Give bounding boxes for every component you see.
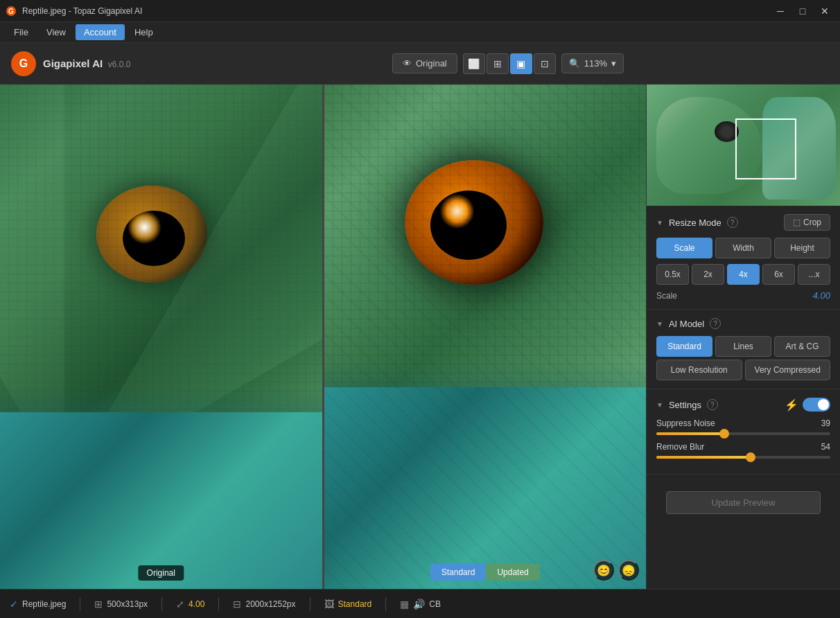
ai-model-options-row1: Standard Lines Art & CG bbox=[656, 336, 830, 357]
suppress-noise-label: Suppress Noise bbox=[656, 418, 715, 428]
status-divider-1 bbox=[80, 597, 80, 611]
resize-mode-header: ▼ Resize Mode ? ⬚ Crop bbox=[656, 214, 830, 231]
check-icon: ✓ bbox=[10, 599, 18, 610]
output-size-icon: ⊟ bbox=[233, 599, 241, 610]
zoom-icon: 🔍 bbox=[569, 58, 580, 69]
settings-section: ▼ Settings ? ⚡ Suppress Noise 39 bbox=[647, 389, 840, 475]
app-logo: G bbox=[11, 51, 36, 76]
ai-very-compressed-button[interactable]: Very Compressed bbox=[745, 360, 831, 380]
thumbnail-area bbox=[647, 85, 840, 206]
thumbs-down-button[interactable]: 😞 bbox=[618, 560, 639, 581]
status-cb: ▦ 🔊 CB bbox=[400, 599, 441, 610]
settings-help-icon[interactable]: ? bbox=[707, 399, 718, 410]
status-scale: ⤢ 4.00 bbox=[176, 599, 204, 610]
original-button[interactable]: 👁 Original bbox=[392, 53, 457, 73]
menu-account[interactable]: Account bbox=[76, 24, 125, 40]
original-label: Original bbox=[139, 565, 184, 581]
view-grid-button[interactable]: ⊡ bbox=[534, 53, 556, 74]
cb-value: CB bbox=[429, 599, 441, 609]
scale-icon: ⤢ bbox=[176, 599, 184, 610]
resize-mode-options: Scale Width Height bbox=[656, 238, 830, 258]
settings-header: ▼ Settings ? ⚡ bbox=[656, 398, 830, 412]
suppress-noise-thumb[interactable] bbox=[719, 429, 729, 439]
ai-model-help-icon[interactable]: ? bbox=[710, 318, 721, 329]
crop-button[interactable]: ⬚ Crop bbox=[784, 214, 830, 231]
filename-value: Reptile.jpeg bbox=[22, 599, 66, 609]
status-model: 🖼 Standard bbox=[324, 599, 372, 610]
status-input-size: ⊞ 500x313px bbox=[94, 599, 148, 610]
status-divider-5 bbox=[385, 597, 386, 611]
update-preview-area: Update Preview bbox=[647, 475, 840, 531]
width-button[interactable]: Width bbox=[715, 238, 771, 258]
cb-icon: ▦ bbox=[400, 599, 409, 610]
teal-bottom bbox=[0, 412, 322, 589]
view-single-button[interactable]: ⬜ bbox=[463, 53, 485, 74]
resize-chevron-icon[interactable]: ▼ bbox=[656, 219, 663, 227]
status-divider-2 bbox=[161, 597, 162, 611]
menu-help[interactable]: Help bbox=[126, 24, 161, 40]
scale-custom-button[interactable]: ...x bbox=[798, 264, 830, 285]
ai-lines-button[interactable]: Lines bbox=[715, 336, 771, 357]
updated-label: Updated bbox=[486, 564, 539, 581]
resize-header-right: ⬚ Crop bbox=[784, 214, 830, 231]
title-bar: G Reptile.jpeg - Topaz Gigapixel AI ─ □ … bbox=[0, 0, 840, 22]
view-split-button[interactable]: ⊞ bbox=[487, 53, 509, 74]
original-image bbox=[0, 85, 322, 589]
menu-file[interactable]: File bbox=[6, 24, 37, 40]
resize-mode-title: Resize Mode bbox=[669, 218, 721, 228]
thumbs-up-button[interactable]: 😊 bbox=[593, 560, 614, 581]
svg-text:G: G bbox=[8, 8, 14, 15]
ai-model-chevron-icon[interactable]: ▼ bbox=[656, 320, 663, 328]
view-compare-button[interactable]: ▣ bbox=[510, 53, 532, 74]
viewport-indicator bbox=[735, 118, 796, 179]
scale-button[interactable]: Scale bbox=[656, 238, 712, 258]
settings-toggle[interactable] bbox=[803, 398, 830, 412]
settings-chevron-icon[interactable]: ▼ bbox=[656, 401, 663, 409]
model-value: Standard bbox=[338, 599, 372, 609]
height-button[interactable]: Height bbox=[774, 238, 830, 258]
scale-4x-button[interactable]: 4x bbox=[727, 264, 760, 285]
thumbnail-image bbox=[647, 85, 840, 206]
menu-view[interactable]: View bbox=[38, 24, 74, 40]
minimize-button[interactable]: ─ bbox=[771, 4, 790, 18]
ai-model-title: AI Model bbox=[669, 319, 704, 329]
zoom-button[interactable]: 🔍 113% ▾ bbox=[561, 53, 624, 73]
scale-0-5x-button[interactable]: 0.5x bbox=[656, 264, 689, 285]
ai-art-cg-button[interactable]: Art & CG bbox=[774, 336, 830, 357]
scale-value: 4.00 bbox=[189, 599, 204, 609]
window-title: Reptile.jpeg - Topaz Gigapixel AI bbox=[22, 6, 142, 16]
scale-options-row: 0.5x 2x 4x 6x ...x bbox=[656, 264, 830, 285]
resize-help-icon[interactable]: ? bbox=[727, 217, 738, 228]
suppress-noise-slider[interactable] bbox=[656, 432, 830, 435]
output-size-value: 2000x1252px bbox=[245, 599, 295, 609]
ai-low-resolution-button[interactable]: Low Resolution bbox=[656, 360, 742, 380]
ai-standard-button[interactable]: Standard bbox=[656, 336, 712, 357]
status-divider-4 bbox=[310, 597, 310, 611]
input-size-value: 500x313px bbox=[107, 599, 148, 609]
scale-lines bbox=[324, 85, 647, 589]
audio-icon: 🔊 bbox=[413, 599, 425, 610]
scale-field-row: Scale 4.00 bbox=[656, 290, 830, 301]
app-icon: G bbox=[6, 6, 17, 17]
resize-mode-section: ▼ Resize Mode ? ⬚ Crop Scale Width Heigh… bbox=[647, 206, 840, 310]
suppress-noise-header: Suppress Noise 39 bbox=[656, 418, 830, 428]
scale-6x-button[interactable]: 6x bbox=[762, 264, 795, 285]
remove-blur-slider[interactable] bbox=[656, 456, 830, 459]
toolbar-center: 👁 Original ⬜ ⊞ ▣ ⊡ 🔍 113% ▾ bbox=[392, 53, 624, 74]
suppress-noise-value: 39 bbox=[821, 418, 830, 428]
remove-blur-thumb[interactable] bbox=[746, 452, 755, 462]
scale-2x-button[interactable]: 2x bbox=[692, 264, 724, 285]
suppress-noise-row: Suppress Noise 39 bbox=[656, 418, 830, 435]
status-bar: ✓ Reptile.jpeg ⊞ 500x313px ⤢ 4.00 ⊟ 2000… bbox=[0, 589, 840, 618]
ai-model-options-row2: Low Resolution Very Compressed bbox=[656, 360, 830, 380]
close-button[interactable]: ✕ bbox=[815, 4, 834, 18]
status-output-size: ⊟ 2000x1252px bbox=[233, 599, 295, 610]
remove-blur-value: 54 bbox=[821, 442, 830, 452]
maximize-button[interactable]: □ bbox=[793, 4, 812, 18]
lightning-icon: ⚡ bbox=[785, 398, 798, 412]
image-area: Original Standard Updated 😊 😞 bbox=[0, 85, 646, 589]
ai-model-section: ▼ AI Model ? Standard Lines Art & CG Low… bbox=[647, 310, 840, 389]
status-divider-3 bbox=[218, 597, 219, 611]
update-preview-button[interactable]: Update Preview bbox=[666, 491, 821, 514]
scale-value: 4.00 bbox=[813, 290, 830, 301]
